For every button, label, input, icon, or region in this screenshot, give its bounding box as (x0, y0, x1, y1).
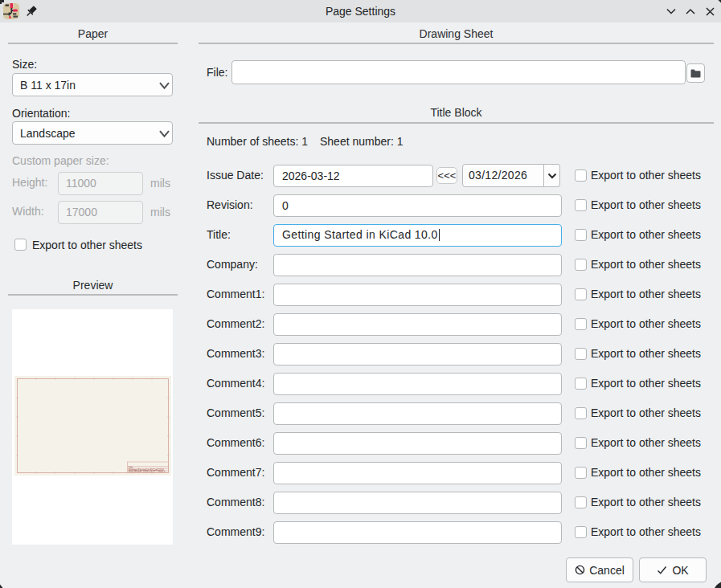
svg-text:Size: B Date: 2026-03-12: Size: B Date: 2026-03-12 (129, 470, 156, 473)
svg-text:Rev: 0: Rev: 0 (158, 470, 166, 473)
